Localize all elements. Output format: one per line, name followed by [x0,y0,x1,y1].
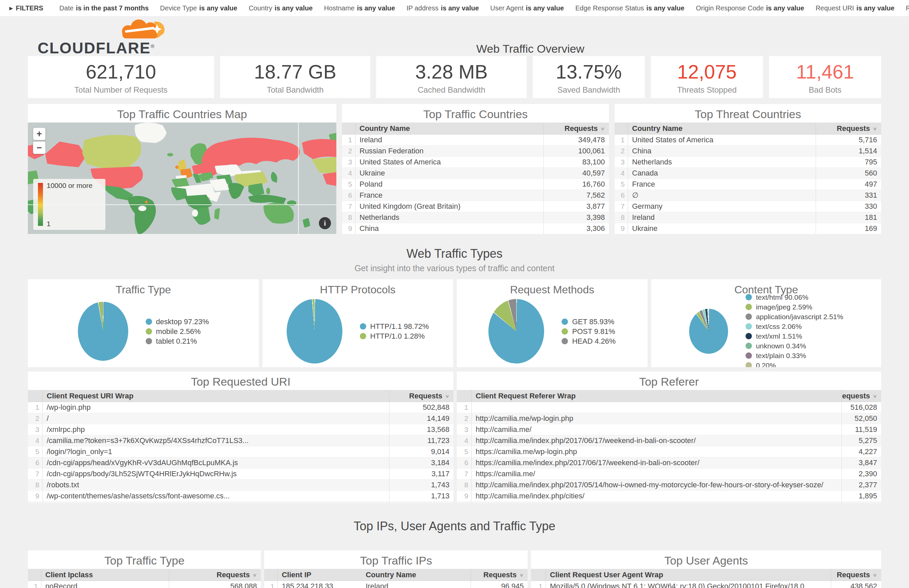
table-row[interactable]: 3Netherlands795 [615,157,881,168]
column-header[interactable]: Client Request Referer Wrap [471,390,841,402]
table-row[interactable]: 4http://camilia.me/index.php/2017/06/17/… [457,435,881,446]
table-row[interactable]: 9http://camilia.me/index.php/cities/1,89… [457,491,881,502]
table-row[interactable]: 3http://camilia.me/11,519 [457,424,881,435]
table-row[interactable]: 2http://camilia.me/wp-login.php52,050 [457,413,881,424]
column-header[interactable]: Requests∨ [831,569,881,581]
filters-toggle[interactable]: ▶ FILTERS [10,4,43,12]
table-row[interactable]: 9China3,306 [342,223,609,234]
sort-desc-icon: ∨ [445,393,449,399]
table-row[interactable]: 6∅331 [615,190,881,201]
table-row[interactable]: 7https://camilia.me/2,390 [457,468,881,480]
column-header[interactable]: Client Request URI Wrap [43,390,389,402]
filter-item[interactable]: IP addressis any value [407,4,479,12]
legend-item[interactable]: text/html 90.06% [746,292,843,302]
table-row[interactable]: 1/wp-login.php502,848 [28,402,454,413]
cell: 16,760 [544,179,609,190]
table-row[interactable]: 4/camilia.me?token=s3+7k6XQvKwzp5/4XSs4r… [28,435,454,446]
pie-chart[interactable] [488,299,544,363]
pie-chart[interactable] [287,299,342,363]
table-row[interactable]: 7/cdn-cgi/apps/body/3Lh52SjWTQ4HRlErJykH… [28,468,454,480]
filter-item[interactable]: Device Typeis any value [160,4,237,12]
column-header[interactable]: Country Name [355,123,544,134]
table-row[interactable]: 2Russian Federation100,061 [342,145,609,157]
table-row[interactable]: 10http://camilia.me/index.php/about/1,47… [457,502,881,503]
legend-item[interactable]: POST 9.81% [562,326,616,336]
table-row[interactable]: 1Mozilla/5.0 (Windows NT 6.1; WOW64; rv:… [531,581,881,588]
table-row[interactable]: 9/wp-content/themes/ashe/assets/css/font… [28,491,454,502]
table-row[interactable]: 5https://camilia.me/wp-login.php4,227 [457,446,881,457]
world-choropleth-map[interactable]: + − 10000 or more 1 i [28,123,336,234]
table-row[interactable]: 8Netherlands3,398 [342,212,609,223]
legend-item[interactable]: HTTP/1.1 98.72% [360,321,429,331]
table-row[interactable]: 1noRecord568,088 [28,581,261,588]
table-row[interactable]: 6France7,562 [342,190,609,201]
column-header[interactable]: Client Ipclass [41,569,169,581]
table-row[interactable]: 7United Kingdom (Great Britain)3,877 [342,201,609,212]
legend-item[interactable]: mobile 2.56% [146,326,209,336]
column-header[interactable]: Client Request User Agent Wrap [546,569,831,581]
table-row[interactable]: 1United States of America5,716 [615,134,881,145]
legend-item[interactable]: desktop 97.23% [146,317,209,326]
zoom-out-button[interactable]: − [33,141,46,154]
info-icon[interactable]: i [319,217,331,229]
table-row[interactable]: 8http://camilia.me/index.php/2017/05/14/… [457,480,881,491]
table-row[interactable]: 1516,028 [457,402,881,413]
column-header[interactable]: Requests∨ [841,390,881,402]
table-row[interactable]: 1185.234.218.33Ireland96,945 [264,581,528,588]
table-row[interactable]: 9Ukraine169 [615,223,881,234]
legend-item[interactable]: image/jpeg 2.59% [746,302,843,312]
cell: Poland [355,179,544,190]
table-row[interactable]: 1Ireland349,478 [342,134,609,145]
table-row[interactable]: 8Ireland181 [615,212,881,223]
legend-item[interactable]: application/javascript 2.51% [746,312,843,321]
column-header[interactable]: Requests∨ [816,123,881,134]
filter-item[interactable]: RayIDis any value [906,4,909,12]
stat-card: 13.75%Saved Bandwidth [533,56,645,98]
pie-chart[interactable] [78,302,128,361]
filter-item[interactable]: Countryis any value [249,4,313,12]
filter-item[interactable]: Origin Response Codeis any value [696,4,804,12]
row-rank: 5 [28,446,43,457]
filter-item[interactable]: Request URIis any value [816,4,894,12]
legend-item[interactable]: text/css 2.06% [746,321,843,331]
column-header[interactable]: Requests∨ [389,390,454,402]
legend-item[interactable]: tablet 0.21% [146,336,209,346]
pie-chart[interactable] [689,309,728,354]
legend-item[interactable]: GET 85.93% [562,317,616,326]
table-row[interactable]: 5Poland16,760 [342,179,609,190]
table-row[interactable]: 6https://camilia.me/index.php/2017/06/17… [457,457,881,468]
table-row[interactable]: 6/cdn-cgi/apps/head/xVgyKhR-vV3dAUGhMqfB… [28,457,454,468]
table-row[interactable]: 4Canada560 [615,168,881,179]
legend-item[interactable]: text/plain 0.33% [746,351,843,360]
table-row[interactable]: 2China1,514 [615,145,881,157]
table-row[interactable]: 7Germany330 [615,201,881,212]
legend-item[interactable]: HTTP/1.0 1.28% [360,331,429,341]
table-row[interactable]: 8/robots.txt1,743 [28,480,454,491]
column-header[interactable]: Country Name [362,569,471,581]
column-header[interactable]: Client IP [278,569,362,581]
filter-item[interactable]: Dateis in the past 7 months [60,4,149,12]
legend-dot-icon [746,294,752,300]
filter-item[interactable]: User Agentis any value [491,4,564,12]
legend-item[interactable]: unknown 0.34% [746,341,843,351]
column-header[interactable]: Requests∨ [471,569,528,581]
legend-item[interactable]: 0.20% [746,360,843,367]
legend-item[interactable]: HEAD 4.26% [562,336,616,346]
table-row[interactable]: 2/14,149 [28,413,454,424]
cell [471,402,841,413]
countries-row: Top Traffic Countries Map [28,104,881,234]
legend-item[interactable]: text/xml 1.51% [746,331,843,341]
table-row[interactable]: 4Ukraine40,597 [342,168,609,179]
column-header[interactable]: Country Name [628,123,816,134]
column-header[interactable]: Requests∨ [544,123,609,134]
table-row[interactable]: 5/login/?login_only=19,014 [28,446,454,457]
legend-gradient-bar [38,183,43,226]
table-row[interactable]: 5France497 [615,179,881,190]
table-row[interactable]: 10/wp-content/themes/ashe/style.css?ver=… [28,502,454,503]
filter-item[interactable]: Edge Response Statusis any value [575,4,685,12]
filter-item[interactable]: Hostnameis any value [324,4,395,12]
table-row[interactable]: 3United States of America83,100 [342,157,609,168]
column-header[interactable]: Requests∨ [169,569,261,581]
table-row[interactable]: 3/xmlrpc.php13,568 [28,424,454,435]
zoom-in-button[interactable]: + [33,128,46,140]
